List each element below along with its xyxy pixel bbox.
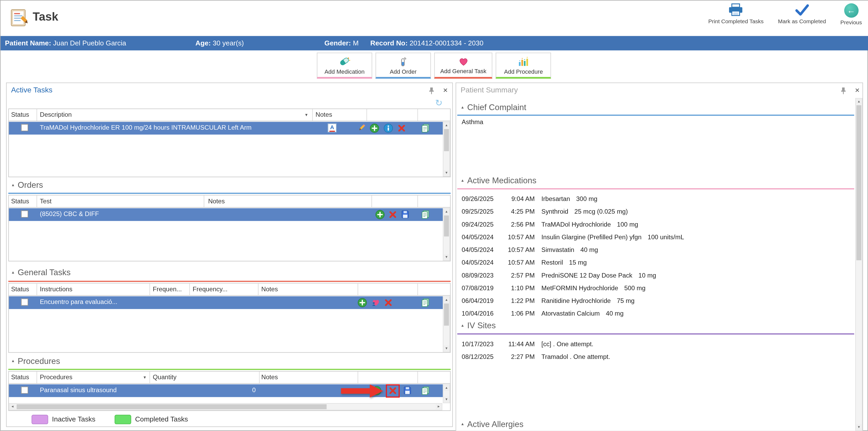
add-icon[interactable] xyxy=(358,298,367,307)
iv-site-row[interactable]: 10/17/2023 11:44 AM [cc] . One attempt. xyxy=(456,338,854,350)
copy-task-icon[interactable] xyxy=(421,210,430,219)
general-tasks-scrollbar[interactable]: ▲ ▼ xyxy=(443,296,450,352)
description-sort-icon[interactable]: ▼ xyxy=(304,113,308,117)
scroll-left-icon[interactable]: ◄ xyxy=(9,404,16,410)
medication-row[interactable]: 09/24/2025 2:56 PM TraMADol Hydrochlorid… xyxy=(456,218,854,231)
column-status[interactable]: Status xyxy=(11,111,29,118)
column-procedures[interactable]: Procedures xyxy=(40,374,72,380)
save-disk-icon[interactable] xyxy=(401,210,410,219)
column-notes[interactable]: Notes xyxy=(261,374,278,380)
medication-row[interactable]: 08/09/2023 2:57 PM PredniSONE 12 Day Dos… xyxy=(456,269,854,282)
previous-button[interactable]: ← Previous xyxy=(840,3,862,26)
procedures-scrollbar[interactable]: ▲ ▼ xyxy=(443,384,450,403)
medication-row[interactable]: 04/05/2024 10:57 AM Simvastatin40 mg xyxy=(456,244,854,256)
delete-x-icon[interactable] xyxy=(384,299,392,307)
pin-icon[interactable] xyxy=(429,87,435,95)
scroll-up-icon[interactable]: ▲ xyxy=(443,209,450,215)
collapse-icon[interactable]: ▲ xyxy=(11,270,15,274)
column-frequency-short[interactable]: Frequen... xyxy=(153,286,182,293)
procedures-section-header[interactable]: ▲ Procedures xyxy=(11,356,60,366)
procedures-h-scrollbar[interactable]: ◄ ► xyxy=(9,403,442,410)
pin-icon[interactable] xyxy=(840,87,846,95)
scrollbar-thumb[interactable] xyxy=(444,129,449,151)
collapse-icon[interactable]: ▲ xyxy=(461,178,465,182)
task-row[interactable]: TraMADol Hydrochloride ER 100 mg/24 hour… xyxy=(9,122,443,134)
scroll-up-icon[interactable]: ▲ xyxy=(443,122,450,128)
status-checkbox[interactable] xyxy=(21,387,28,394)
vitals-heart-icon[interactable] xyxy=(371,298,381,307)
column-notes[interactable]: Notes xyxy=(208,198,225,205)
delete-x-icon[interactable] xyxy=(389,387,397,395)
collapse-icon[interactable]: ▲ xyxy=(461,105,465,109)
scroll-up-icon[interactable]: ▲ xyxy=(856,98,862,104)
order-row[interactable]: (85025) CBC & DIFF xyxy=(9,208,443,221)
add-icon[interactable] xyxy=(370,124,379,133)
column-status[interactable]: Status xyxy=(11,286,29,293)
copy-task-icon[interactable] xyxy=(421,386,430,396)
column-notes[interactable]: Notes xyxy=(315,111,332,118)
copy-task-icon[interactable] xyxy=(421,124,430,133)
medication-row[interactable]: 06/04/2019 1:22 PM Ranitidine Hydrochlor… xyxy=(456,295,854,307)
info-icon[interactable] xyxy=(383,124,393,133)
iv-sites-section-header[interactable]: ▲ IV Sites xyxy=(461,320,496,330)
close-icon[interactable]: ✕ xyxy=(443,86,448,94)
general-tasks-section-header[interactable]: ▲ General Tasks xyxy=(11,268,71,277)
copy-task-icon[interactable] xyxy=(421,298,430,307)
medication-row[interactable]: 09/26/2025 9:04 AM Irbesartan300 mg xyxy=(456,193,854,206)
edit-pencil-icon[interactable] xyxy=(357,124,366,132)
refresh-icon[interactable]: ↻ xyxy=(435,97,442,108)
close-icon[interactable]: ✕ xyxy=(855,86,860,94)
save-disk-icon[interactable] xyxy=(403,386,412,395)
scroll-up-icon[interactable]: ▲ xyxy=(443,297,450,303)
mark-as-completed-button[interactable]: Mark as Completed xyxy=(778,3,826,26)
medication-row[interactable]: 04/05/2024 10:57 AM Insulin Glargine (Pr… xyxy=(456,231,854,244)
procedures-sort-icon[interactable]: ▼ xyxy=(143,375,147,379)
scroll-down-icon[interactable]: ▼ xyxy=(443,170,450,176)
active-tasks-scrollbar[interactable]: ▲ ▼ xyxy=(443,122,450,177)
medication-row[interactable]: 04/05/2024 10:57 AM Restoril15 mg xyxy=(456,256,854,269)
medication-row[interactable]: 10/04/2016 1:06 PM Atorvastatin Calcium4… xyxy=(456,307,854,320)
status-checkbox[interactable] xyxy=(21,211,28,218)
column-frequency[interactable]: Frequency... xyxy=(193,286,227,293)
collapse-icon[interactable]: ▲ xyxy=(461,422,465,426)
general-task-row[interactable]: Encuentro para evaluació... xyxy=(9,296,443,309)
column-quantity[interactable]: Quantity xyxy=(153,374,177,380)
chief-complaint-section-header[interactable]: ▲ Chief Complaint xyxy=(461,102,526,112)
add-general-task-button[interactable]: Add General Task xyxy=(434,53,493,79)
column-description[interactable]: Description xyxy=(40,111,72,118)
medication-row[interactable]: 07/08/2019 1:10 PM MetFORMIN Hydrochlori… xyxy=(456,282,854,295)
orders-scrollbar[interactable]: ▲ ▼ xyxy=(443,208,450,261)
scroll-up-icon[interactable]: ▲ xyxy=(443,385,450,391)
scroll-down-icon[interactable]: ▼ xyxy=(856,424,862,430)
orders-section-header[interactable]: ▲ Orders xyxy=(11,180,43,190)
iv-site-row[interactable]: 08/12/2025 2:27 PM Tramadol . One attemp… xyxy=(456,350,854,363)
delete-x-icon[interactable] xyxy=(389,211,397,219)
collapse-icon[interactable]: ▲ xyxy=(11,183,15,187)
active-allergies-section-header[interactable]: ▲ Active Allergies xyxy=(461,419,524,429)
scroll-down-icon[interactable]: ▼ xyxy=(443,345,450,351)
scrollbar-thumb[interactable] xyxy=(857,105,861,260)
patient-summary-scrollbar[interactable]: ▲ ▼ xyxy=(855,98,863,431)
scrollbar-thumb[interactable] xyxy=(17,404,327,409)
column-status[interactable]: Status xyxy=(11,198,29,205)
column-status[interactable]: Status xyxy=(11,374,29,380)
add-icon[interactable] xyxy=(372,386,381,396)
delete-x-icon[interactable] xyxy=(398,124,406,132)
notes-abc-icon[interactable]: A xyxy=(328,124,337,132)
column-instructions[interactable]: Instructions xyxy=(40,286,72,293)
scroll-down-icon[interactable]: ▼ xyxy=(443,254,450,260)
scroll-right-icon[interactable]: ► xyxy=(436,404,442,410)
procedure-row[interactable]: Paranasal sinus ultrasound 0 xyxy=(9,384,443,397)
status-checkbox[interactable] xyxy=(21,124,28,131)
column-notes[interactable]: Notes xyxy=(261,286,278,293)
add-icon[interactable] xyxy=(375,210,385,219)
collapse-icon[interactable]: ▲ xyxy=(11,359,15,363)
add-medication-button[interactable]: Add Medication xyxy=(317,53,372,79)
medication-row[interactable]: 09/25/2025 4:25 PM Synthroid25 mcg (0.02… xyxy=(456,206,854,218)
column-test[interactable]: Test xyxy=(40,198,52,205)
add-procedure-button[interactable]: Add Procedure xyxy=(496,53,551,79)
scroll-down-icon[interactable]: ▼ xyxy=(443,396,450,402)
collapse-icon[interactable]: ▲ xyxy=(461,324,465,328)
scrollbar-thumb[interactable] xyxy=(444,216,449,237)
active-medications-section-header[interactable]: ▲ Active Medications xyxy=(461,176,536,185)
